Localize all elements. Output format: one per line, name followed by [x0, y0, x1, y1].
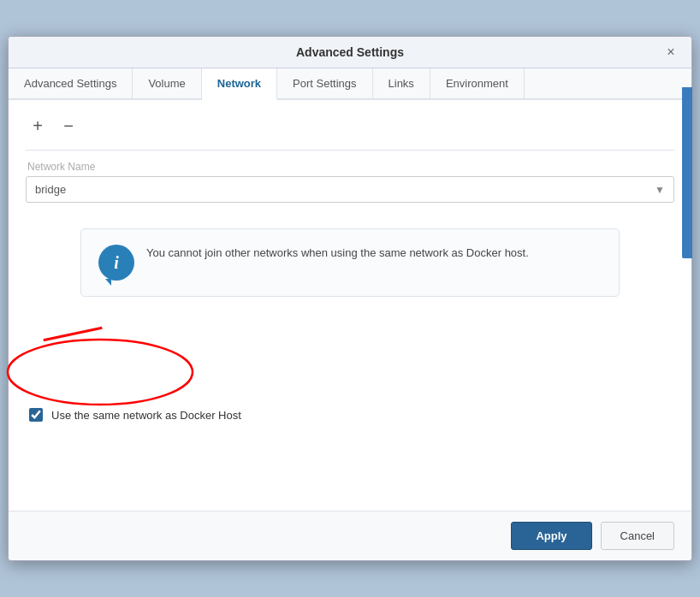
annotation-circle — [10, 338, 199, 419]
tab-network[interactable]: Network — [202, 68, 277, 100]
dialog-title-bar: Advanced Settings × — [9, 37, 691, 68]
network-toolbar: + − — [26, 114, 674, 138]
tabs-bar: Advanced Settings Volume Network Port Se… — [9, 68, 691, 100]
close-button[interactable]: × — [662, 44, 679, 61]
info-box: i You cannot join other networks when us… — [80, 228, 620, 297]
same-network-label[interactable]: Use the same network as Docker Host — [51, 409, 241, 422]
tab-links[interactable]: Links — [373, 68, 430, 98]
info-icon: i — [98, 245, 134, 281]
tab-advanced-settings[interactable]: Advanced Settings — [9, 68, 133, 98]
info-icon-letter: i — [114, 253, 119, 273]
add-network-button[interactable]: + — [26, 114, 50, 138]
network-select[interactable]: bridge ▼ — [26, 176, 674, 203]
remove-network-button[interactable]: − — [56, 114, 80, 138]
network-name-label: Network Name — [26, 161, 674, 173]
toolbar-divider — [26, 150, 674, 151]
cancel-button[interactable]: Cancel — [601, 522, 674, 550]
svg-point-0 — [8, 340, 193, 405]
checkbox-row: Use the same network as Docker Host — [26, 408, 241, 422]
network-select-value[interactable]: bridge — [27, 177, 673, 202]
tab-environment[interactable]: Environment — [430, 68, 525, 98]
dialog-title: Advanced Settings — [38, 45, 662, 59]
annotation-line — [44, 327, 103, 341]
dialog-body: + − Network Name bridge ▼ i You cannot j… — [9, 100, 691, 511]
apply-button[interactable]: Apply — [511, 522, 591, 550]
tab-volume[interactable]: Volume — [133, 68, 201, 98]
dialog-wrapper: Advanced Settings × Advanced Settings Vo… — [8, 36, 692, 561]
scrollbar[interactable] — [682, 87, 692, 258]
checkbox-annotation-wrapper: Use the same network as Docker Host — [26, 357, 241, 435]
dialog-footer: Apply Cancel — [9, 511, 691, 560]
info-text: You cannot join other networks when usin… — [146, 245, 529, 263]
same-network-checkbox[interactable] — [29, 408, 43, 422]
tab-port-settings[interactable]: Port Settings — [277, 68, 372, 98]
advanced-settings-dialog: Advanced Settings × Advanced Settings Vo… — [8, 36, 692, 561]
